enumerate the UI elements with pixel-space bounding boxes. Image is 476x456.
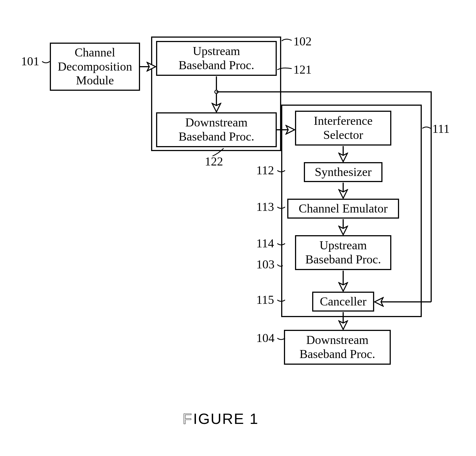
- box-interference-selector: Interference Selector: [295, 111, 391, 146]
- box-channel-emulator: Channel Emulator: [287, 199, 399, 219]
- ref-121: 121: [293, 63, 312, 77]
- ref-101: 101: [21, 54, 39, 68]
- ref-115: 115: [256, 293, 274, 307]
- box-downstream-baseband-2: Downstream Baseband Proc.: [284, 330, 391, 365]
- figure-caption: FIGURE 1: [183, 410, 259, 427]
- box-channel-decomposition: Channel Decomposition Module: [50, 43, 140, 91]
- ref-103: 103: [256, 257, 275, 271]
- ref-122: 122: [205, 154, 223, 169]
- box-upstream-baseband-2: Upstream Baseband Proc.: [295, 235, 391, 270]
- box-canceller: Canceller: [312, 292, 374, 312]
- diagram-canvas: Channel Decomposition Module Upstream Ba…: [0, 0, 476, 456]
- ref-104: 104: [256, 331, 275, 345]
- ref-111: 111: [432, 122, 450, 136]
- box-downstream-baseband-1: Downstream Baseband Proc.: [156, 112, 277, 147]
- ref-102: 102: [293, 34, 312, 48]
- ref-114: 114: [256, 236, 274, 250]
- box-synthesizer: Synthesizer: [304, 162, 382, 182]
- ref-112: 112: [256, 163, 274, 177]
- ref-113: 113: [256, 200, 274, 214]
- box-upstream-baseband-1: Upstream Baseband Proc.: [156, 41, 277, 76]
